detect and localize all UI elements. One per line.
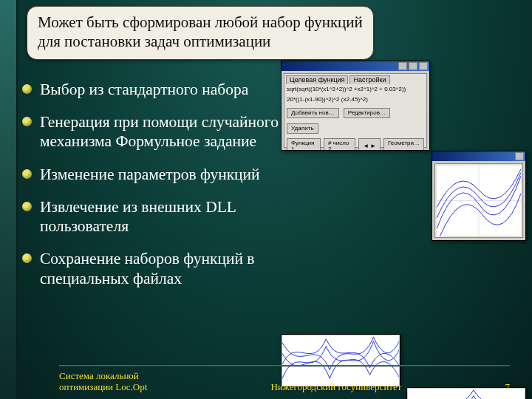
footer: Система локальной оптимизации Loc.Opt Ни…	[22, 371, 517, 393]
tabset: Целевая функция Настройки	[284, 74, 426, 84]
nav-chip: ◄ ►	[358, 138, 381, 151]
bullet-item: Выбор из стандартного набора	[22, 80, 288, 99]
geometry-button: Геометри…	[383, 138, 424, 151]
window-body: Целевая функция Настройки sqrt(sqrt((10*…	[284, 73, 427, 148]
bullet-item: Сохранение наборов функций в специальных…	[22, 249, 288, 287]
tab: Настройки	[349, 75, 389, 84]
titlebar	[432, 151, 525, 161]
minimize-icon	[398, 62, 407, 70]
bullet-item: Генерация при помощи случайного механизм…	[22, 112, 288, 151]
bullet-list: Выбор из стандартного набора Генерация п…	[22, 80, 288, 288]
screenshot-contour-large	[432, 151, 526, 241]
next-icon: ►	[370, 143, 376, 149]
slide-root: я Может быть сформирован любой набор фун…	[0, 0, 532, 399]
delete-button: Удалить	[287, 123, 318, 134]
screenshots-area: Целевая функция Настройки sqrt(sqrt((10*…	[281, 59, 526, 399]
tab: Целевая функция	[286, 75, 348, 84]
formula-text: 20*((1-(x1-90))^2)^2 (x2-45)^2)	[284, 95, 426, 105]
close-icon	[515, 152, 524, 160]
close-icon	[419, 62, 428, 70]
window-body	[434, 163, 523, 238]
contour-plot	[437, 166, 521, 236]
bullet-item: Изменение параметров функций	[22, 165, 288, 184]
bottom-row: Функция 1 # число 2 ◄ ► Геометри…	[284, 135, 426, 151]
function-chip: Функция 1	[287, 138, 321, 151]
callout-note: Может быть сформирован любой набор функц…	[27, 6, 374, 60]
footer-line1: Система локальной	[59, 371, 222, 382]
add-button: Добавить нов…	[287, 108, 339, 118]
button-row: Добавить нов… Редактиров… Удалить	[284, 104, 426, 135]
edit-button: Редактиров…	[344, 108, 390, 118]
titlebar	[282, 61, 429, 71]
maximize-icon	[409, 62, 417, 70]
count-chip: # число 2	[324, 138, 355, 151]
footer-rule	[59, 365, 510, 366]
footer-line2: оптимизации Loc.Opt	[59, 382, 222, 393]
footer-page: 7	[451, 381, 517, 393]
footer-center: Нижегородский госуниверситет	[222, 381, 451, 393]
screenshot-config-window: Целевая функция Настройки sqrt(sqrt((10*…	[281, 61, 430, 151]
prev-icon: ◄	[363, 143, 369, 149]
formula-text: sqrt(sqrt((10*(x1^2+2))^2 +x2^1)^2 + 0.0…	[284, 84, 426, 95]
left-stripe	[0, 0, 18, 399]
footer-left: Система локальной оптимизации Loc.Opt	[22, 371, 222, 393]
bullet-item: Извлечение из внешних DLL пользователя	[22, 197, 288, 236]
bullet-area: Выбор из стандартного набора Генерация п…	[22, 68, 288, 301]
